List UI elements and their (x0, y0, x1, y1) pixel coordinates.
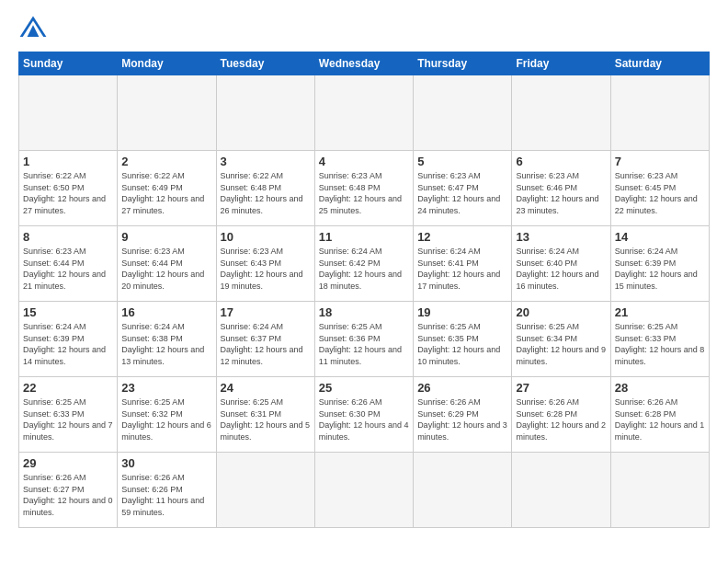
calendar-cell: 25Sunrise: 6:26 AM Sunset: 6:30 PM Dayli… (314, 377, 413, 453)
calendar-cell: 20Sunrise: 6:25 AM Sunset: 6:34 PM Dayli… (512, 302, 610, 377)
calendar-cell: 30Sunrise: 6:26 AM Sunset: 6:26 PM Dayli… (118, 453, 216, 528)
day-number: 14 (615, 230, 705, 244)
day-info: Sunrise: 6:23 AM Sunset: 6:47 PM Dayligh… (417, 170, 507, 216)
day-info: Sunrise: 6:26 AM Sunset: 6:28 PM Dayligh… (516, 396, 606, 442)
day-info: Sunrise: 6:23 AM Sunset: 6:45 PM Dayligh… (615, 170, 705, 216)
calendar-cell: 21Sunrise: 6:25 AM Sunset: 6:33 PM Dayli… (610, 302, 709, 377)
day-number: 2 (121, 155, 211, 168)
day-number: 16 (121, 305, 211, 319)
col-header-wednesday: Wednesday (314, 52, 413, 75)
calendar-table: SundayMondayTuesdayWednesdayThursdayFrid… (18, 52, 710, 528)
day-number: 30 (121, 456, 211, 470)
day-info: Sunrise: 6:26 AM Sunset: 6:26 PM Dayligh… (121, 472, 211, 518)
calendar-cell: 26Sunrise: 6:26 AM Sunset: 6:29 PM Dayli… (414, 377, 512, 453)
day-info: Sunrise: 6:25 AM Sunset: 6:31 PM Dayligh… (221, 396, 311, 442)
col-header-sunday: Sunday (19, 52, 118, 75)
day-info: Sunrise: 6:22 AM Sunset: 6:48 PM Dayligh… (221, 170, 311, 216)
day-number: 10 (221, 230, 311, 244)
day-info: Sunrise: 6:24 AM Sunset: 6:39 PM Dayligh… (615, 246, 705, 292)
header (18, 15, 710, 40)
logo (18, 15, 51, 40)
day-number: 12 (417, 230, 507, 244)
day-info: Sunrise: 6:23 AM Sunset: 6:48 PM Dayligh… (319, 170, 409, 216)
day-info: Sunrise: 6:25 AM Sunset: 6:32 PM Dayligh… (121, 396, 211, 442)
calendar-cell: 14Sunrise: 6:24 AM Sunset: 6:39 PM Dayli… (610, 226, 709, 302)
day-info: Sunrise: 6:23 AM Sunset: 6:44 PM Dayligh… (23, 246, 113, 292)
calendar-cell: 23Sunrise: 6:25 AM Sunset: 6:32 PM Dayli… (118, 377, 216, 453)
day-number: 25 (319, 381, 409, 395)
main-container: SundayMondayTuesdayWednesdayThursdayFrid… (0, 0, 728, 537)
day-number: 18 (319, 305, 409, 319)
day-info: Sunrise: 6:23 AM Sunset: 6:44 PM Dayligh… (121, 246, 211, 292)
day-info: Sunrise: 6:25 AM Sunset: 6:35 PM Dayligh… (417, 321, 507, 367)
calendar-cell: 5Sunrise: 6:23 AM Sunset: 6:47 PM Daylig… (414, 151, 512, 226)
day-info: Sunrise: 6:23 AM Sunset: 6:46 PM Dayligh… (516, 170, 606, 216)
day-number: 19 (417, 305, 507, 319)
calendar-header-row: SundayMondayTuesdayWednesdayThursdayFrid… (19, 52, 710, 75)
day-info: Sunrise: 6:22 AM Sunset: 6:50 PM Dayligh… (23, 170, 113, 216)
day-number: 5 (417, 155, 507, 168)
calendar-cell (118, 75, 216, 151)
calendar-week-row: 22Sunrise: 6:25 AM Sunset: 6:33 PM Dayli… (19, 377, 710, 453)
calendar-cell: 19Sunrise: 6:25 AM Sunset: 6:35 PM Dayli… (414, 302, 512, 377)
calendar-cell: 13Sunrise: 6:24 AM Sunset: 6:40 PM Dayli… (512, 226, 610, 302)
calendar-cell: 2Sunrise: 6:22 AM Sunset: 6:49 PM Daylig… (118, 151, 216, 226)
day-info: Sunrise: 6:25 AM Sunset: 6:36 PM Dayligh… (319, 321, 409, 367)
day-number: 6 (516, 155, 606, 168)
calendar-cell: 11Sunrise: 6:24 AM Sunset: 6:42 PM Dayli… (314, 226, 413, 302)
calendar-cell (512, 453, 610, 528)
day-number: 8 (23, 230, 113, 244)
day-info: Sunrise: 6:24 AM Sunset: 6:40 PM Dayligh… (516, 246, 606, 292)
col-header-thursday: Thursday (414, 52, 512, 75)
day-number: 27 (516, 381, 606, 395)
day-number: 23 (121, 381, 211, 395)
calendar-cell: 9Sunrise: 6:23 AM Sunset: 6:44 PM Daylig… (118, 226, 216, 302)
day-number: 24 (221, 381, 311, 395)
day-info: Sunrise: 6:26 AM Sunset: 6:27 PM Dayligh… (23, 472, 113, 518)
calendar-cell: 8Sunrise: 6:23 AM Sunset: 6:44 PM Daylig… (19, 226, 118, 302)
day-info: Sunrise: 6:26 AM Sunset: 6:29 PM Dayligh… (417, 396, 507, 442)
day-info: Sunrise: 6:23 AM Sunset: 6:43 PM Dayligh… (221, 246, 311, 292)
calendar-cell: 1Sunrise: 6:22 AM Sunset: 6:50 PM Daylig… (19, 151, 118, 226)
calendar-cell: 7Sunrise: 6:23 AM Sunset: 6:45 PM Daylig… (610, 151, 709, 226)
day-number: 7 (615, 155, 705, 168)
calendar-cell: 24Sunrise: 6:25 AM Sunset: 6:31 PM Dayli… (216, 377, 314, 453)
calendar-cell (414, 75, 512, 151)
col-header-tuesday: Tuesday (216, 52, 314, 75)
day-info: Sunrise: 6:24 AM Sunset: 6:37 PM Dayligh… (221, 321, 311, 367)
day-info: Sunrise: 6:24 AM Sunset: 6:42 PM Dayligh… (319, 246, 409, 292)
day-info: Sunrise: 6:25 AM Sunset: 6:33 PM Dayligh… (23, 396, 113, 442)
day-number: 13 (516, 230, 606, 244)
day-number: 26 (417, 381, 507, 395)
day-number: 11 (319, 230, 409, 244)
calendar-cell: 29Sunrise: 6:26 AM Sunset: 6:27 PM Dayli… (19, 453, 118, 528)
day-info: Sunrise: 6:24 AM Sunset: 6:39 PM Dayligh… (23, 321, 113, 367)
calendar-cell: 15Sunrise: 6:24 AM Sunset: 6:39 PM Dayli… (19, 302, 118, 377)
day-info: Sunrise: 6:26 AM Sunset: 6:28 PM Dayligh… (615, 396, 705, 442)
calendar-cell (610, 75, 709, 151)
day-info: Sunrise: 6:24 AM Sunset: 6:41 PM Dayligh… (417, 246, 507, 292)
calendar-cell: 4Sunrise: 6:23 AM Sunset: 6:48 PM Daylig… (314, 151, 413, 226)
day-info: Sunrise: 6:25 AM Sunset: 6:33 PM Dayligh… (615, 321, 705, 367)
calendar-cell (314, 75, 413, 151)
day-number: 20 (516, 305, 606, 319)
calendar-cell (512, 75, 610, 151)
calendar-week-row: 8Sunrise: 6:23 AM Sunset: 6:44 PM Daylig… (19, 226, 710, 302)
calendar-week-row: 1Sunrise: 6:22 AM Sunset: 6:50 PM Daylig… (19, 151, 710, 226)
calendar-cell (216, 453, 314, 528)
calendar-cell: 28Sunrise: 6:26 AM Sunset: 6:28 PM Dayli… (610, 377, 709, 453)
calendar-cell: 3Sunrise: 6:22 AM Sunset: 6:48 PM Daylig… (216, 151, 314, 226)
calendar-cell: 10Sunrise: 6:23 AM Sunset: 6:43 PM Dayli… (216, 226, 314, 302)
calendar-cell: 16Sunrise: 6:24 AM Sunset: 6:38 PM Dayli… (118, 302, 216, 377)
day-number: 1 (23, 155, 113, 168)
calendar-cell (414, 453, 512, 528)
day-number: 22 (23, 381, 113, 395)
day-info: Sunrise: 6:22 AM Sunset: 6:49 PM Dayligh… (121, 170, 211, 216)
logo-icon (18, 15, 48, 40)
calendar-week-row (19, 75, 710, 151)
day-info: Sunrise: 6:26 AM Sunset: 6:30 PM Dayligh… (319, 396, 409, 442)
calendar-cell: 17Sunrise: 6:24 AM Sunset: 6:37 PM Dayli… (216, 302, 314, 377)
calendar-cell: 27Sunrise: 6:26 AM Sunset: 6:28 PM Dayli… (512, 377, 610, 453)
col-header-saturday: Saturday (610, 52, 709, 75)
day-info: Sunrise: 6:24 AM Sunset: 6:38 PM Dayligh… (121, 321, 211, 367)
